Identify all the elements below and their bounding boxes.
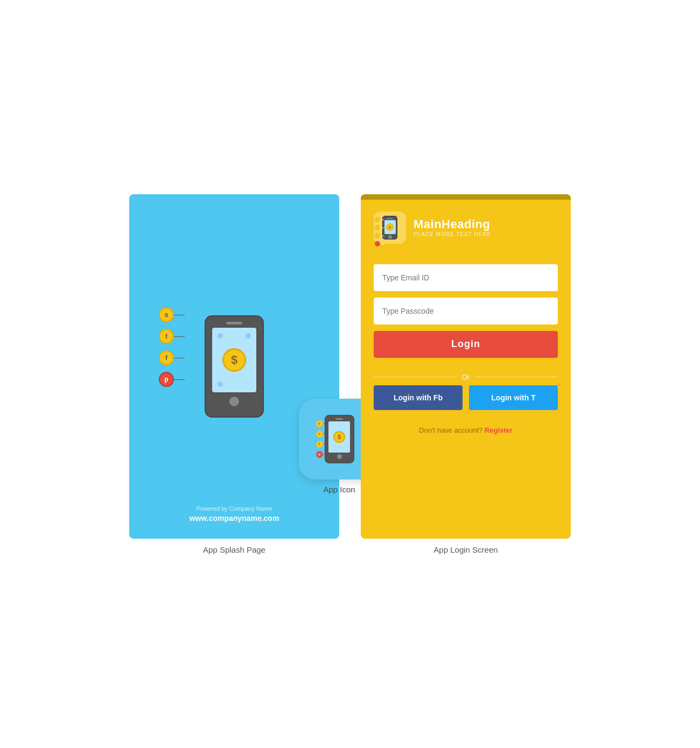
circle-p: p [159, 372, 174, 387]
login-header: $ MainHeading PLACE MORE TEXT HERE [361, 200, 571, 253]
login-top-bar [361, 194, 571, 200]
app-icon-label: App Icon [323, 485, 355, 494]
header-app-icon: $ [374, 211, 406, 244]
splash-bottom: Powered by Company Name www.companyname.… [190, 505, 279, 523]
register-prompt: Don't have account? [419, 426, 482, 434]
splash-url: www.companyname.com [190, 514, 279, 523]
circle-s: s [159, 307, 174, 322]
login-label: App Login Screen [433, 545, 498, 554]
mini-dollar-coin: $ [333, 431, 345, 443]
main-container: s t f p $ [0, 0, 700, 748]
mini-side-circles: s t f p [316, 420, 323, 458]
header-text: MainHeading PLACE MORE TEXT HERE [414, 217, 491, 237]
register-text: Don't have account? Register [361, 410, 571, 434]
mini-phone-speaker [335, 418, 343, 420]
mini-phone: $ [325, 415, 354, 463]
email-input[interactable] [374, 264, 558, 291]
mini-phone-screen: $ [328, 421, 350, 453]
passcode-input[interactable] [374, 298, 558, 324]
screen-dot-3 [218, 382, 223, 387]
or-text: Or [462, 373, 470, 381]
social-buttons: Login with Fb Login with T [361, 385, 571, 410]
facebook-login-button[interactable]: Login with Fb [374, 385, 463, 410]
or-line-left [374, 377, 457, 377]
splash-wrapper: s t f p $ [129, 194, 339, 554]
mini-circle-s: s [316, 420, 323, 427]
twitter-login-button[interactable]: Login with T [469, 385, 558, 410]
login-wrapper: $ MainHeading PLACE MORE TEXT HERE [361, 194, 571, 554]
app-title: MainHeading [414, 217, 491, 231]
side-circles: s t f p [159, 307, 174, 387]
circle-f: f [159, 350, 174, 365]
register-link[interactable]: Register [485, 426, 513, 434]
phone-screen: $ [212, 328, 256, 392]
dollar-coin: $ [222, 348, 246, 372]
mini-circle-p: p [316, 451, 323, 458]
login-button[interactable]: Login [374, 331, 558, 358]
app-subtitle: PLACE MORE TEXT HERE [414, 231, 491, 237]
splash-illustration: s t f p $ [175, 291, 293, 442]
screen-dot-1 [218, 333, 223, 338]
screen-dot-2 [246, 333, 251, 338]
screens-wrapper: s t f p $ [129, 194, 571, 554]
login-screen: $ MainHeading PLACE MORE TEXT HERE [361, 194, 571, 539]
phone-home-btn [229, 397, 239, 406]
mini-circle-f: f [316, 441, 323, 448]
mini-phone-home [337, 454, 342, 459]
or-line-right [475, 377, 558, 377]
login-form: Login [361, 253, 571, 369]
splash-label: App Splash Page [203, 545, 265, 554]
mini-circle-t: t [316, 431, 323, 437]
or-divider: Or [361, 369, 571, 385]
phone-body: $ [205, 315, 264, 418]
phone-speaker [226, 322, 242, 324]
splash-powered-text: Powered by Company Name [190, 505, 279, 512]
circle-t: t [159, 329, 174, 344]
